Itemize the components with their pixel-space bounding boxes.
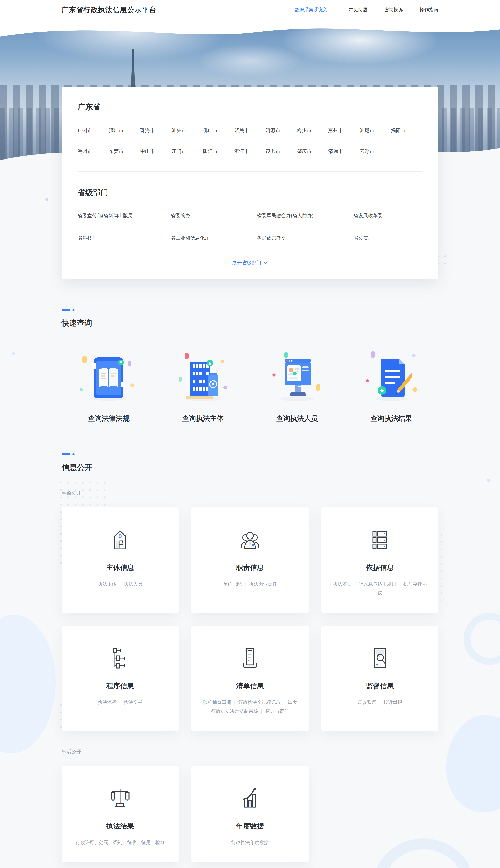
card-title: 监督信息 xyxy=(332,681,427,691)
building-illustration xyxy=(173,347,232,401)
card-enforcement-results[interactable]: 执法结果 行政许可、处罚、强制、征收、征用、检查 xyxy=(61,766,179,862)
city-link[interactable]: 清远市 xyxy=(328,148,360,155)
section-dash-decoration xyxy=(61,453,439,455)
card-desc: 执法流程 ｜ 执法文书 xyxy=(73,698,168,707)
card-title: 清单信息 xyxy=(203,681,297,691)
quick-item-officers[interactable]: 查询执法人员 xyxy=(250,347,344,423)
city-link[interactable]: 珠海市 xyxy=(140,127,172,134)
decor-ring-small xyxy=(464,613,500,665)
department-link[interactable]: 省公安厅 xyxy=(353,235,422,241)
card-desc: 行政许可、处罚、强制、征收、征用、检查 xyxy=(73,838,168,847)
expand-departments-label: 展开省级部门 xyxy=(232,260,261,266)
city-link[interactable]: 阳江市 xyxy=(203,148,234,155)
card-title: 程序信息 xyxy=(73,681,168,691)
card-divider xyxy=(78,171,422,172)
hero-top-wave xyxy=(0,19,500,42)
card-title: 依据信息 xyxy=(332,563,427,572)
card-desc: 执法主体 ｜ 执法人员 xyxy=(73,580,168,589)
city-link[interactable]: 中山市 xyxy=(140,148,172,155)
card-title: 职责信息 xyxy=(203,563,297,572)
nav-guide[interactable]: 操作指南 xyxy=(420,7,439,13)
quick-query-section: 快速查询 xyxy=(61,309,439,328)
card-basis-info[interactable]: 依据信息 执法依据 ｜ 行政裁量适用规则 ｜ 执法委托协议 xyxy=(321,507,439,613)
department-link[interactable]: 省发展改革委 xyxy=(353,212,422,219)
quick-item-laws[interactable]: 查询法律法规 xyxy=(61,347,156,423)
subject-icon xyxy=(109,528,132,551)
nav-data-collection-entry[interactable]: 数据采集系统入口 xyxy=(295,7,332,13)
city-link[interactable]: 韶关市 xyxy=(234,127,266,134)
province-card: 广东省 广州市 深圳市 珠海市 汕头市 佛山市 韶关市 河源市 梅州市 惠州市 … xyxy=(61,87,439,279)
post-disclosure-label: 事后公开 xyxy=(61,749,439,755)
quick-item-label: 查询法律法规 xyxy=(88,414,129,423)
city-link[interactable]: 汕头市 xyxy=(172,127,203,134)
department-link[interactable]: 省委军民融合办(省人防办) xyxy=(257,212,353,219)
city-link[interactable]: 河源市 xyxy=(266,127,297,134)
quick-item-label: 查询执法结果 xyxy=(371,414,412,423)
info-disclosure-title: 信息公开 xyxy=(61,462,439,472)
department-list: 省委宣传部(省新闻出版局... 省委编办 省委军民融合办(省人防办) 省发展改革… xyxy=(78,212,422,241)
city-link[interactable]: 云浮市 xyxy=(360,148,391,155)
quick-item-results[interactable]: 查询执法结果 xyxy=(344,347,439,423)
decor-blob-left xyxy=(0,615,56,753)
department-link[interactable]: 省科技厅 xyxy=(78,235,171,241)
city-link[interactable]: 深圳市 xyxy=(109,127,140,134)
card-title: 年度数据 xyxy=(203,821,297,831)
card-desc: 执法依据 ｜ 行政裁量适用规则 ｜ 执法委托协议 xyxy=(332,580,427,597)
city-link[interactable]: 东莞市 xyxy=(109,148,140,155)
department-link[interactable]: 省民族宗教委 xyxy=(257,235,353,241)
decor-blob-right xyxy=(446,715,500,812)
city-link[interactable]: 惠州市 xyxy=(328,127,360,134)
officer-screen-icon xyxy=(276,356,318,401)
quick-query-grid: 查询法律法规 xyxy=(61,347,439,423)
city-list: 广州市 深圳市 珠海市 汕头市 佛山市 韶关市 河源市 梅州市 惠州市 汕尾市 … xyxy=(78,127,422,155)
quick-item-subjects[interactable]: 查询执法主体 xyxy=(156,347,250,423)
department-link[interactable]: 省委编办 xyxy=(171,212,257,219)
basis-list-icon xyxy=(368,528,392,551)
card-title: 主体信息 xyxy=(73,563,168,572)
scales-icon xyxy=(107,787,133,810)
city-link[interactable]: 江门市 xyxy=(172,148,203,155)
province-title: 广东省 xyxy=(78,102,422,112)
pre-disclosure-label: 事前公开 xyxy=(61,490,439,496)
card-supervision-info[interactable]: 监督信息 复议监督 ｜ 投诉举报 xyxy=(321,626,439,731)
city-link[interactable]: 梅州市 xyxy=(297,127,329,134)
card-desc: 复议监督 ｜ 投诉举报 xyxy=(332,698,427,707)
card-annual-data[interactable]: 年度数据 行政执法年度数据 xyxy=(192,766,308,862)
card-desc: 单位职能 ｜ 执法岗位责任 xyxy=(203,580,297,589)
card-checklist-info[interactable]: 清单信息 随机抽查事项 ｜ 行政执法全过程记录 ｜ 重大行政执法决定法制审核 ｜… xyxy=(192,626,308,731)
result-document-icon xyxy=(371,356,412,401)
book-tablet-illustration xyxy=(79,347,138,401)
city-link[interactable]: 肇庆市 xyxy=(297,148,329,155)
section-dash-decoration xyxy=(61,309,439,311)
city-link[interactable]: 汕尾市 xyxy=(360,127,391,134)
city-link[interactable]: 湛江市 xyxy=(234,148,266,155)
procedure-flow-icon xyxy=(108,647,132,670)
card-procedure-info[interactable]: 程序信息 执法流程 ｜ 执法文书 xyxy=(61,626,179,731)
checklist-icon xyxy=(238,647,262,670)
decor-dot-blue xyxy=(12,352,14,355)
department-link[interactable]: 省工业和信息化厅 xyxy=(171,235,257,241)
nav-consult-complaint[interactable]: 咨询投诉 xyxy=(384,7,403,13)
document-pencil-illustration xyxy=(362,347,421,401)
quick-item-label: 查询执法主体 xyxy=(182,414,224,423)
decor-dot-lavender xyxy=(487,479,490,482)
city-link[interactable]: 茂名市 xyxy=(266,148,297,155)
city-link[interactable]: 揭阳市 xyxy=(391,127,422,134)
duty-people-icon xyxy=(238,528,262,551)
post-disclosure-cards: 执法结果 行政许可、处罚、强制、征收、征用、检查 年度数据 行政执法年度数据 xyxy=(61,766,439,862)
city-link[interactable]: 广州市 xyxy=(78,127,109,134)
quick-query-title: 快速查询 xyxy=(61,318,439,328)
id-kiosk-illustration xyxy=(268,347,327,401)
card-duty-info[interactable]: 职责信息 单位职能 ｜ 执法岗位责任 xyxy=(192,507,308,613)
quick-item-label: 查询执法人员 xyxy=(276,414,318,423)
city-link[interactable]: 佛山市 xyxy=(203,127,234,134)
decor-dot-purple xyxy=(45,198,48,201)
top-nav: 数据采集系统入口 常见问题 咨询投诉 操作指南 xyxy=(295,7,439,13)
annual-chart-icon xyxy=(238,787,262,810)
department-link[interactable]: 省委宣传部(省新闻出版局... xyxy=(78,212,171,219)
pre-disclosure-cards: 主体信息 执法主体 ｜ 执法人员 职责信息 单位职能 ｜ 执法岗位责任 xyxy=(61,507,439,731)
expand-departments-link[interactable]: 展开省级部门 xyxy=(232,260,268,266)
nav-faq[interactable]: 常见问题 xyxy=(349,7,367,13)
city-link[interactable]: 潮州市 xyxy=(78,148,109,155)
card-subject-info[interactable]: 主体信息 执法主体 ｜ 执法人员 xyxy=(61,507,179,613)
